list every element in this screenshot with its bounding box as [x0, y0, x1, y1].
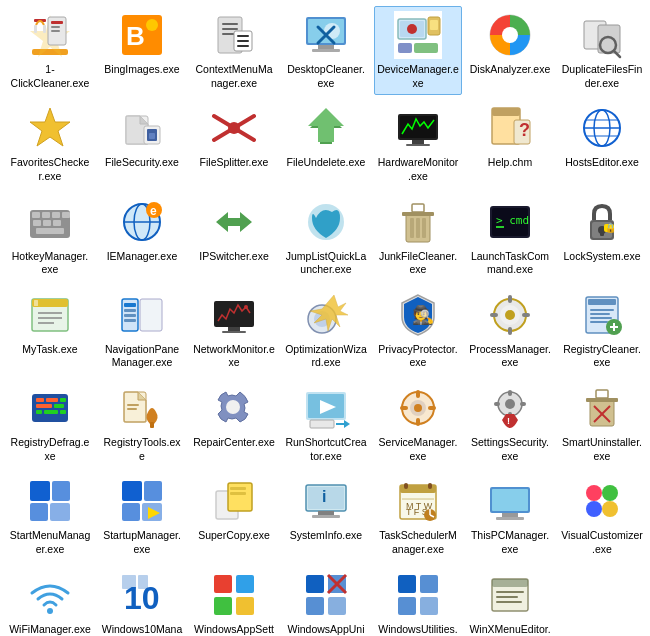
svg-text:?: ? — [519, 120, 530, 140]
svg-rect-121 — [140, 299, 162, 331]
icon-item-registrycleaner[interactable]: RegistryCleaner.exe — [558, 286, 646, 375]
svg-rect-182 — [416, 418, 420, 426]
icon-label-thispcmanager: ThisPCManager.exe — [469, 529, 551, 556]
svg-rect-147 — [590, 309, 614, 311]
icon-item-optimizationwizard[interactable]: OptimizationWizard.exe — [282, 286, 370, 375]
icon-label-hardwaremonitor: HardwareMonitor.exe — [377, 156, 459, 183]
icon-item-winxmenueditor[interactable]: WinXMenuEditor.exe — [466, 566, 554, 636]
svg-rect-156 — [36, 398, 44, 402]
icon-item-duplicatefilesfinder[interactable]: DuplicateFilesFinder.exe — [558, 6, 646, 95]
icon-item-processmanager[interactable]: ProcessManager.exe — [466, 286, 554, 375]
svg-rect-161 — [36, 410, 42, 414]
icon-item-launchtaskcommand[interactable]: > cmdLaunchTaskCommand.exe — [466, 193, 554, 282]
icon-image-winxmenueditor — [486, 571, 534, 619]
svg-rect-175 — [310, 420, 334, 428]
icon-image-thispcmanager — [486, 477, 534, 525]
icon-item-hotkeymanager[interactable]: HotkeyManager.exe — [6, 193, 94, 282]
svg-text:> cmd: > cmd — [496, 214, 529, 227]
icon-image-networkmonitor — [210, 291, 258, 339]
icon-image-windowsappuninstaller — [302, 571, 350, 619]
icon-label-windowsutilities: WindowsUtilities.exe — [377, 623, 459, 636]
icon-image-windows10manager: 10 — [118, 571, 166, 619]
svg-text:B: B — [126, 21, 145, 51]
icon-item-hardwaremonitor[interactable]: HardwareMonitor.exe — [374, 99, 462, 188]
icon-image-hostsedit — [578, 104, 626, 152]
svg-rect-149 — [590, 317, 612, 319]
icon-item-devicemanager[interactable]: DeviceManager.exe — [374, 6, 462, 95]
icon-item-favoriteschecker[interactable]: FavoritesChecker.exe — [6, 99, 94, 188]
icon-item-1clickcleaner[interactable]: 1-ClickCleaner.exe — [6, 6, 94, 95]
icon-image-devicemanager — [394, 11, 442, 59]
icon-label-runshortcutcreator: RunShortcutCreator.exe — [285, 436, 367, 463]
icon-item-systeminfo[interactable]: iSystemInfo.exe — [282, 472, 370, 561]
icon-label-ipswitcher: IPSwitcher.exe — [199, 250, 268, 264]
icon-item-help[interactable]: ?Help.chm — [466, 99, 554, 188]
icon-item-registrytools[interactable]: RegistryTools.exe — [98, 379, 186, 468]
icon-item-wifimanager[interactable]: WiFiManager.exe — [6, 566, 94, 636]
svg-rect-80 — [53, 220, 61, 226]
icon-item-navigationpanemanager[interactable]: NavigationPaneManager.exe — [98, 286, 186, 375]
svg-rect-26 — [318, 45, 334, 49]
icon-item-repaircenter[interactable]: RepairCenter.exe — [190, 379, 278, 468]
icon-item-networkmonitor[interactable]: NetworkMonitor.exe — [190, 286, 278, 375]
icon-item-locksystem[interactable]: 🔒LockSystem.exe — [558, 193, 646, 282]
icon-label-wifimanager: WiFiManager.exe — [9, 623, 91, 636]
svg-rect-129 — [228, 327, 240, 331]
icon-item-settingssecurity[interactable]: !SettingsSecurity.exe — [466, 379, 554, 468]
svg-rect-22 — [237, 45, 249, 47]
svg-point-185 — [414, 404, 422, 412]
icon-item-servicemanager[interactable]: ServiceManager.exe — [374, 379, 462, 468]
svg-rect-189 — [508, 390, 512, 396]
svg-rect-158 — [60, 398, 66, 402]
icon-image-startmenumanager — [26, 477, 74, 525]
svg-rect-21 — [237, 40, 249, 42]
icon-item-thispcmanager[interactable]: ThisPCManager.exe — [466, 472, 554, 561]
icon-item-windowsappuninstaller[interactable]: WindowsAppUninstaller.exe — [282, 566, 370, 636]
svg-rect-265 — [420, 597, 438, 615]
svg-rect-141 — [508, 327, 512, 335]
icon-label-filesecurity: FileSecurity.exe — [105, 156, 179, 170]
icon-item-fileundelete[interactable]: FileUndelete.exe — [282, 99, 370, 188]
icon-item-visualcustomizer[interactable]: VisualCustomizer.exe — [558, 472, 646, 561]
icon-item-diskanalyzer[interactable]: DiskAnalyzer.exe — [466, 6, 554, 95]
icon-label-repaircenter: RepairCenter.exe — [193, 436, 275, 450]
icon-item-windows10manager[interactable]: 10Windows10Manager.exe — [98, 566, 186, 636]
icon-item-contextmenumanager[interactable]: ContextMenuManager.exe — [190, 6, 278, 95]
icon-item-filesplitter[interactable]: FileSplitter.exe — [190, 99, 278, 188]
icon-item-desktopcleaner[interactable]: DesktopCleaner.exe — [282, 6, 370, 95]
icon-item-hostsedit[interactable]: HostsEditor.exe — [558, 99, 646, 188]
icon-item-smartuninstaller[interactable]: SmartUninstaller.exe — [558, 379, 646, 468]
icon-image-favoriteschecker — [26, 104, 74, 152]
icon-item-windowsappsettings[interactable]: WindowsAppSettings.exe — [190, 566, 278, 636]
icon-image-navigationpanemanager — [118, 291, 166, 339]
icon-label-smartuninstaller: SmartUninstaller.exe — [561, 436, 643, 463]
icon-item-junkfilecleaner[interactable]: JunkFileCleaner.exe — [374, 193, 462, 282]
svg-rect-184 — [428, 406, 436, 410]
icon-item-windowsutilities[interactable]: WindowsUtilities.exe — [374, 566, 462, 636]
svg-rect-159 — [36, 404, 52, 408]
icon-item-supercopy[interactable]: SuperCopy.exe — [190, 472, 278, 561]
icon-label-iemanager: IEManager.exe — [107, 250, 178, 264]
icon-item-privacyprotector[interactable]: 🕵PrivacyProtector.exe — [374, 286, 462, 375]
icon-image-contextmenumanager — [210, 11, 258, 59]
icon-item-iemanager[interactable]: eIEManager.exe — [98, 193, 186, 282]
icon-item-taskschedulermanager[interactable]: M T WT F STaskSchedulerManager.exe — [374, 472, 462, 561]
icon-item-startmenumanager[interactable]: StartMenuManager.exe — [6, 472, 94, 561]
icon-item-jumplistquicklauncher[interactable]: JumpListQuickLauncher.exe — [282, 193, 370, 282]
svg-rect-1 — [32, 49, 68, 55]
icon-label-fileundelete: FileUndelete.exe — [287, 156, 366, 170]
icon-item-registrydefrag[interactable]: RegistryDefrag.exe — [6, 379, 94, 468]
icon-label-winxmenueditor: WinXMenuEditor.exe — [469, 623, 551, 636]
svg-rect-167 — [127, 408, 137, 410]
icon-image-registrytools — [118, 384, 166, 432]
icon-item-filesecurity[interactable]: FileSecurity.exe — [98, 99, 186, 188]
svg-rect-125 — [124, 319, 136, 322]
icon-image-smartuninstaller — [578, 384, 626, 432]
icon-item-runshortcutcreator[interactable]: RunShortcutCreator.exe — [282, 379, 370, 468]
icon-item-ipswitcher[interactable]: IPSwitcher.exe — [190, 193, 278, 282]
icon-label-devicemanager: DeviceManager.exe — [377, 63, 459, 90]
icon-grid: 1-ClickCleaner.exeBBingImages.exeContext… — [6, 6, 644, 636]
icon-item-mytask[interactable]: MyTask.exe — [6, 286, 94, 375]
icon-item-bingimages[interactable]: BBingImages.exe — [98, 6, 186, 95]
icon-item-startupmanager[interactable]: StartupManager.exe — [98, 472, 186, 561]
